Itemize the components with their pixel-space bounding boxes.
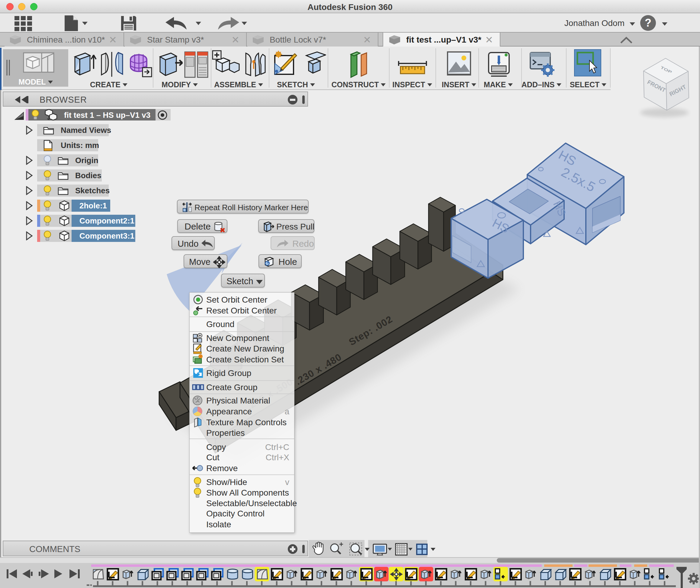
svg-text:?: ? (645, 17, 651, 29)
